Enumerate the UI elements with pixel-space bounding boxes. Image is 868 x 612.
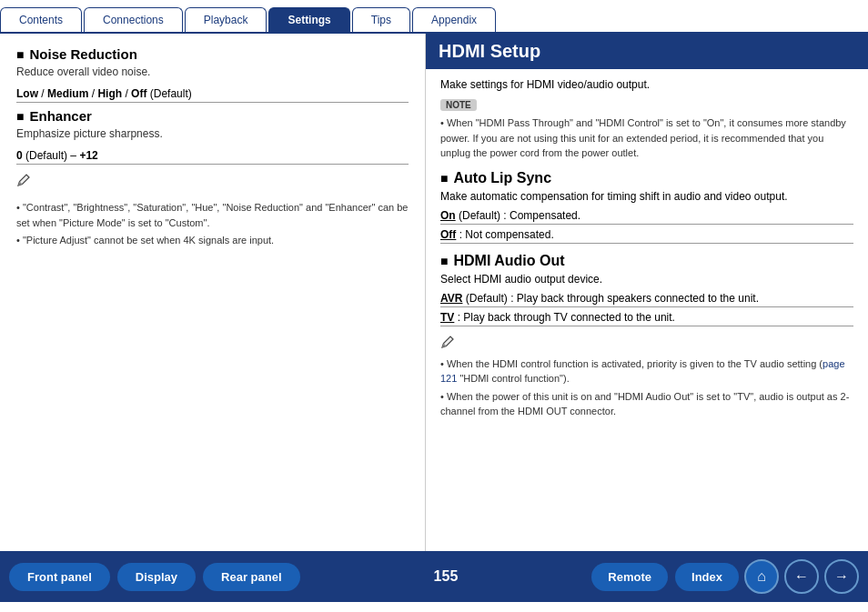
page-number: 155 <box>317 568 576 585</box>
page-121-link[interactable]: page 121 <box>440 358 845 385</box>
right-header: HDMI Setup <box>426 34 868 69</box>
enhancer-heading: Enhancer <box>16 108 409 124</box>
bottom-bar: Front panel Display Rear panel 155 Remot… <box>0 551 868 602</box>
rear-panel-button[interactable]: Rear panel <box>203 563 299 591</box>
hdmi-notes: When "HDMI Pass Through" and "HDMI Contr… <box>440 115 853 161</box>
left-note-1: "Contrast", "Brightness", "Saturation", … <box>16 200 409 230</box>
left-note-2: "Picture Adjust" cannot be set when 4K s… <box>16 233 409 248</box>
forward-icon: → <box>834 568 849 585</box>
right-subtext: Make settings for HDMI video/audio outpu… <box>440 78 853 91</box>
hdmi-audio-out-avr: AVR (Default) : Play back through speake… <box>440 290 853 307</box>
back-button[interactable]: ← <box>784 559 819 594</box>
auto-lip-sync-on-text: On (Default) : Compensated. <box>440 209 580 222</box>
home-button[interactable]: ⌂ <box>744 559 779 594</box>
home-icon: ⌂ <box>757 568 766 585</box>
hdmi-audio-out-section: HDMI Audio Out Select HDMI audio output … <box>440 253 853 326</box>
tab-connections[interactable]: Connections <box>84 7 183 32</box>
display-button[interactable]: Display <box>117 563 196 591</box>
right-note-1: When the HDMI control function is activa… <box>440 356 853 386</box>
top-nav: Contents Connections Playback Settings T… <box>0 0 868 34</box>
main-content: Noise Reduction Reduce overall video noi… <box>0 34 868 551</box>
tab-tips[interactable]: Tips <box>352 7 410 32</box>
index-button[interactable]: Index <box>675 563 739 591</box>
enhancer-options: 0 (Default) – +12 <box>16 147 409 165</box>
left-notes: "Contrast", "Brightness", "Saturation", … <box>16 200 409 248</box>
auto-lip-sync-off: Off : Not compensated. <box>440 226 853 244</box>
forward-button[interactable]: → <box>824 559 859 594</box>
right-panel: HDMI Setup Make settings for HDMI video/… <box>426 34 868 551</box>
pencil-icon <box>16 174 31 188</box>
remote-button[interactable]: Remote <box>591 563 668 591</box>
hdmi-audio-out-tv: TV : Play back through TV connected to t… <box>440 309 853 326</box>
hdmi-note-1: When "HDMI Pass Through" and "HDMI Contr… <box>440 115 853 161</box>
auto-lip-sync-on: On (Default) : Compensated. <box>440 207 853 225</box>
right-notes: When the HDMI control function is activa… <box>440 356 853 419</box>
pencil-icon-right <box>440 336 455 350</box>
left-notes-block: "Contrast", "Brightness", "Saturation", … <box>16 174 409 248</box>
auto-lip-sync-description: Make automatic compensation for timing s… <box>440 190 853 203</box>
hdmi-audio-out-description: Select HDMI audio output device. <box>440 273 853 286</box>
tab-playback[interactable]: Playback <box>185 7 267 32</box>
auto-lip-sync-off-text: Off : Not compensated. <box>440 228 554 241</box>
front-panel-button[interactable]: Front panel <box>9 563 110 591</box>
noise-reduction-heading: Noise Reduction <box>16 46 409 62</box>
tab-settings[interactable]: Settings <box>268 7 349 32</box>
enhancer-description: Emphasize picture sharpness. <box>16 127 409 140</box>
hdmi-audio-out-avr-text: AVR (Default) : Play back through speake… <box>440 292 759 305</box>
hdmi-audio-out-heading: HDMI Audio Out <box>440 253 853 269</box>
noise-reduction-options-text: Low / Medium / High / Off (Default) <box>16 87 192 100</box>
enhancer-options-text: 0 (Default) – +12 <box>16 149 98 162</box>
auto-lip-sync-heading: Auto Lip Sync <box>440 170 853 186</box>
left-panel: Noise Reduction Reduce overall video noi… <box>0 34 426 551</box>
right-note-2: When the power of this unit is on and "H… <box>440 389 853 419</box>
hdmi-audio-out-tv-text: TV : Play back through TV connected to t… <box>440 311 675 324</box>
tab-appendix[interactable]: Appendix <box>412 7 496 32</box>
back-icon: ← <box>794 568 809 585</box>
noise-reduction-description: Reduce overall video noise. <box>16 65 409 78</box>
right-notes-block: When the HDMI control function is activa… <box>440 336 853 419</box>
noise-reduction-options: Low / Medium / High / Off (Default) <box>16 85 409 103</box>
note-badge: NOTE <box>440 99 477 111</box>
tab-contents[interactable]: Contents <box>0 7 82 32</box>
